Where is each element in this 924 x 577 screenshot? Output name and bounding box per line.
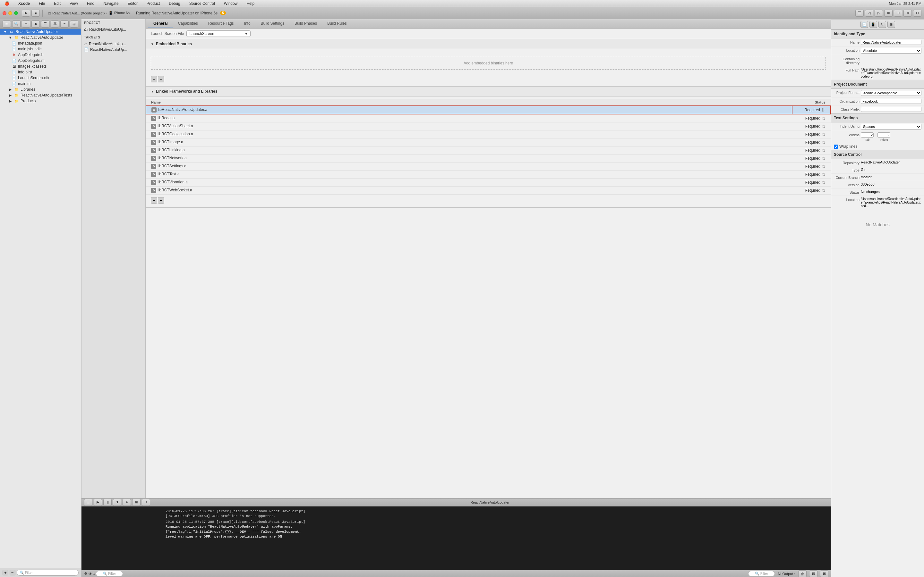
framework-row[interactable]: ⚙libRCTNetwork.a Required ⇅ [146, 155, 830, 163]
stepper-icon[interactable]: ⇅ [822, 132, 825, 137]
sidebar-file-launchscreen[interactable]: 📄 LaunchScreen.xib [0, 75, 81, 81]
find-menu[interactable]: Find [85, 1, 96, 6]
add-framework-button[interactable]: + [151, 197, 157, 203]
rp-doc-btn[interactable]: 📄 [861, 21, 868, 28]
rp-size-btn[interactable]: ↻ [879, 21, 886, 28]
xcode-menu[interactable]: Xcode [16, 1, 32, 6]
tab-capabilities[interactable]: Capabilities [173, 19, 203, 28]
format-dropdown[interactable]: Xcode 3.2-compatible [861, 90, 921, 96]
scheme-btn[interactable]: ▶ [94, 499, 102, 506]
stepper-icon[interactable]: ⇅ [822, 148, 825, 153]
rp-grid-btn[interactable]: ⊞ [887, 21, 895, 28]
framework-row[interactable]: ⚙libRCTVibration.a Required ⇅ [146, 179, 830, 187]
tab-build-settings[interactable]: Build Settings [256, 19, 289, 28]
layout-btn-3[interactable]: ⊠ [903, 10, 912, 17]
framework-row[interactable]: ⚙libReact.a Required ⇅ [146, 114, 830, 122]
navigate-menu[interactable]: Navigate [102, 1, 120, 6]
remove-embedded-binary-button[interactable]: − [158, 76, 164, 82]
sidebar-folder-tests[interactable]: ▶ 📁 ReactNativeAutoUpdaterTests [0, 92, 81, 98]
console-toggle-btn[interactable]: ☰ [84, 499, 92, 506]
tab-resource-tags[interactable]: Resource Tags [203, 19, 239, 28]
nav-btn[interactable]: ◁ [865, 10, 873, 17]
tab-build-rules[interactable]: Build Rules [322, 19, 352, 28]
project-item[interactable]: 🗂 ReactNativeAutoUp... [81, 27, 145, 32]
breadcrumb-device[interactable]: 📱 iPhone 6s [108, 11, 129, 15]
stop-button[interactable]: ■ [31, 10, 40, 17]
breakpoint-btn[interactable]: ✈ [142, 499, 150, 506]
framework-row[interactable]: ⚙libReactNativeAutoUpdater.a Required ⇅ [146, 106, 830, 114]
breadcrumb-project[interactable]: 🗂 ReactNativeAut... (Xcode project) [48, 11, 105, 15]
sidebar-icon-btn-4[interactable]: ◆ [31, 21, 40, 27]
framework-row[interactable]: ⚙libRCTText.a Required ⇅ [146, 171, 830, 179]
indent-select[interactable]: Spaces Tabs [861, 124, 921, 129]
sidebar-icon-btn-6[interactable]: ⌘ [51, 21, 59, 27]
framework-row[interactable]: ⚙libRCTActionSheet.a Required ⇅ [146, 122, 830, 131]
sidebar-file-infoplist[interactable]: 📄 Info.plist [0, 69, 81, 75]
layout-btn-4[interactable]: ⊡ [913, 10, 921, 17]
tab-general[interactable]: General [148, 19, 173, 28]
sidebar-folder-products[interactable]: ▶ 📁 Products [0, 98, 81, 104]
sidebar-file-appdelegate-m[interactable]: 📄 AppDelegate.m [0, 58, 81, 63]
launch-screen-dropdown[interactable]: LaunchScreen ▼ [186, 31, 250, 37]
step-into-btn[interactable]: ⬇ [123, 499, 131, 506]
status-filter-input[interactable]: 🔍 Filter [96, 571, 123, 576]
edit-menu[interactable]: Edit [52, 1, 63, 6]
maximize-button[interactable] [14, 11, 18, 15]
layout-btn-2[interactable]: ⊟ [894, 10, 902, 17]
close-button[interactable] [3, 11, 6, 15]
warning-badge[interactable]: 5 [220, 11, 226, 15]
field-org-input[interactable] [861, 99, 921, 104]
status-settings-icon[interactable]: ⚙ [84, 572, 87, 576]
content-area[interactable]: ▼ Embedded Binaries Add embedded binarie… [145, 39, 831, 498]
layout-btn-1[interactable]: ⊞ [884, 10, 893, 17]
format-select[interactable]: Xcode 3.2-compatible [861, 90, 921, 96]
help-menu[interactable]: Help [244, 1, 256, 6]
apple-menu[interactable]: 🍎 [3, 1, 11, 6]
all-output-selector[interactable]: All Output ↕ [777, 572, 796, 576]
sidebar-file-jsbundle[interactable]: 📄 main.jsbundle [0, 46, 81, 52]
location-dropdown[interactable]: Absolute Relative [861, 48, 921, 53]
framework-row[interactable]: ⚙libRCTSettings.a Required ⇅ [146, 163, 830, 171]
sidebar-file-images[interactable]: 🖼 Images.xcassets [0, 63, 81, 69]
embedded-binaries-drop-area[interactable]: Add embedded binaries here [151, 57, 826, 69]
run-button[interactable]: ▶ [22, 10, 30, 17]
sidebar-icon-btn-7[interactable]: ≡ [60, 21, 69, 27]
sidebar-icon-btn-2[interactable]: 🔍 [12, 21, 21, 27]
sidebar-icon-btn-8[interactable]: ◎ [70, 21, 78, 27]
sidebar-folder-libraries[interactable]: ▶ 📁 Libraries [0, 87, 81, 92]
sidebar-file-metadata[interactable]: 📄 metadata.json [0, 40, 81, 46]
sidebar-file-main[interactable]: 📄 main.m [0, 81, 81, 87]
target-item-2[interactable]: 📄 ReactNativeAutoUp... [81, 47, 145, 53]
rp-quick-btn[interactable]: 📱 [869, 21, 877, 28]
nav-btn-right[interactable]: ▷ [875, 10, 883, 17]
field-class-prefix-input[interactable] [861, 107, 921, 112]
location-select[interactable]: Absolute Relative [861, 48, 921, 53]
sidebar-item-root[interactable]: ▼ 🗂 ReactNativeAutoUpdater [0, 29, 81, 35]
stepper-icon[interactable]: ⇅ [822, 188, 825, 193]
remove-file-button[interactable]: − [10, 570, 15, 575]
indent-dropdown[interactable]: Spaces Tabs [861, 124, 921, 129]
indent-width-input[interactable] [877, 132, 890, 137]
debug-menu[interactable]: Debug [167, 1, 182, 6]
field-name-input[interactable] [861, 40, 921, 45]
stepper-icon[interactable]: ⇅ [822, 140, 825, 145]
source-control-menu[interactable]: Source Control [187, 1, 217, 6]
view-toggle-btn[interactable]: ☰ [855, 10, 864, 17]
trash-btn[interactable]: 🗑 [798, 570, 806, 577]
tab-width-input[interactable] [861, 132, 874, 137]
stepper-icon[interactable]: ⇅ [822, 124, 825, 129]
status-info-icon[interactable]: ℹ [94, 572, 95, 576]
split-h-btn[interactable]: ⊞ [820, 570, 829, 577]
step-layout-btn[interactable]: ⊞ [132, 499, 141, 506]
editor-menu[interactable]: Editor [126, 1, 140, 6]
view-menu[interactable]: View [68, 1, 80, 6]
stepper-icon[interactable]: ⇅ [822, 172, 825, 177]
add-file-button[interactable]: + [3, 570, 8, 575]
target-item-1[interactable]: ⚠ ReactNativeAutoUp... [81, 41, 145, 47]
status-eye-icon[interactable]: 👁 [89, 572, 92, 576]
sidebar-file-appdelegate-h[interactable]: h AppDelegate.h [0, 52, 81, 58]
tab-info[interactable]: Info [239, 19, 256, 28]
framework-row[interactable]: ⚙libRCTWebSocket.a Required ⇅ [146, 187, 830, 195]
stepper-icon[interactable]: ⇅ [822, 116, 825, 121]
split-v-btn[interactable]: ⊟ [809, 570, 817, 577]
